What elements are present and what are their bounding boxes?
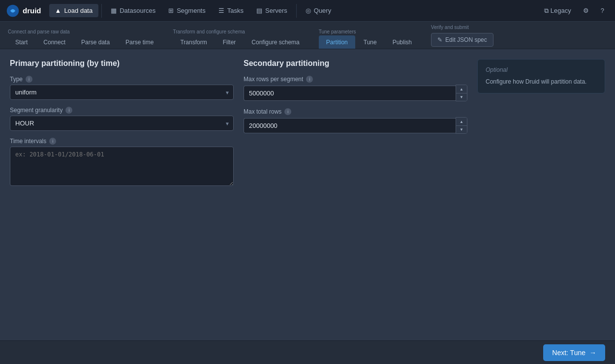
wizard-tab-partition[interactable]: Partition: [319, 35, 355, 49]
gear-icon: ⚙: [583, 7, 589, 14]
wizard-bar: Connect and parse raw data Start Connect…: [0, 22, 615, 49]
secondary-partition-title: Secondary partitioning: [244, 59, 467, 68]
external-link-icon: ⧉: [544, 7, 549, 15]
edit-json-icon: ✎: [437, 36, 442, 43]
nav-right: ⧉ Legacy ⚙ ?: [539, 4, 609, 17]
nav-divider-2: [296, 4, 297, 18]
time-intervals-textarea[interactable]: [10, 147, 234, 186]
max-total-rows-input[interactable]: [244, 118, 456, 133]
max-total-rows-spinner: ▲ ▼: [456, 117, 467, 134]
time-intervals-field-row: Time intervals i: [10, 138, 234, 187]
wizard-group-tune-tabs: Partition Tune Publish: [319, 35, 419, 49]
edit-json-spec-button[interactable]: ✎ Edit JSON spec: [431, 33, 493, 47]
time-intervals-info-icon[interactable]: i: [49, 138, 56, 145]
main-content: Primary partitioning (by time) Type i un…: [0, 49, 615, 362]
max-rows-spinner: ▲ ▼: [456, 85, 467, 101]
nav-items: ▲ Load data ▦ Datasources ⊞ Segments ☰ T…: [49, 4, 539, 18]
max-rows-per-segment-input[interactable]: [244, 86, 456, 101]
wizard-tab-transform[interactable]: Transform: [173, 35, 214, 49]
bottom-bar: Next: Tune →: [0, 340, 615, 364]
segments-icon: ⊞: [168, 7, 174, 14]
max-total-rows-decrement-button[interactable]: ▼: [456, 125, 467, 133]
logo: druid: [6, 4, 41, 18]
max-total-rows-label: Max total rows i: [244, 108, 467, 115]
nav-query[interactable]: ◎ Query: [300, 4, 337, 17]
max-rows-per-segment-label: Max rows per segment i: [244, 76, 467, 83]
nav-tasks[interactable]: ☰ Tasks: [213, 4, 249, 17]
segment-granularity-select[interactable]: HOUR DAY WEEK MONTH YEAR: [10, 116, 234, 131]
wizard-tab-filter[interactable]: Filter: [215, 35, 244, 49]
nav-servers[interactable]: ▤ Servers: [250, 4, 293, 17]
primary-partition-title: Primary partitioning (by time): [10, 59, 234, 68]
wizard-tab-configure-schema[interactable]: Configure schema: [244, 35, 307, 49]
optional-title: Optional: [486, 66, 597, 73]
nav-divider: [101, 4, 102, 18]
tasks-icon: ☰: [218, 7, 224, 14]
max-rows-decrement-button[interactable]: ▼: [456, 93, 467, 101]
load-data-icon: ▲: [55, 7, 62, 14]
wizard-tab-parse-data[interactable]: Parse data: [74, 35, 117, 49]
max-total-rows-input-wrapper: ▲ ▼: [244, 117, 467, 134]
nav-load-data[interactable]: ▲ Load data: [49, 4, 99, 17]
segment-granularity-select-wrapper: HOUR DAY WEEK MONTH YEAR ▼: [10, 116, 234, 131]
segment-granularity-field-row: Segment granularity i HOUR DAY WEEK MONT…: [10, 107, 234, 131]
logo-text: druid: [23, 6, 41, 15]
servers-icon: ▤: [256, 7, 262, 14]
max-total-rows-info-icon[interactable]: i: [284, 108, 291, 115]
nav-help[interactable]: ?: [596, 4, 609, 17]
wizard-tab-start[interactable]: Start: [8, 35, 35, 49]
query-icon: ◎: [306, 7, 311, 14]
wizard-tab-parse-time[interactable]: Parse time: [118, 35, 161, 49]
wizard-group-verify: Verify and submit ✎ Edit JSON spec: [431, 22, 493, 49]
max-rows-increment-button[interactable]: ▲: [456, 85, 467, 93]
type-select-wrapper: uniform arbitrary ▼: [10, 85, 234, 100]
optional-description: Configure how Druid will partition data.: [486, 77, 597, 86]
wizard-tab-connect[interactable]: Connect: [36, 35, 73, 49]
secondary-partitioning-panel: Secondary partitioning Max rows per segm…: [244, 59, 467, 352]
wizard-group-connect: Connect and parse raw data Start Connect…: [8, 26, 161, 49]
type-select[interactable]: uniform arbitrary: [10, 85, 234, 100]
nav-legacy[interactable]: ⧉ Legacy: [539, 4, 576, 17]
wizard-group-connect-tabs: Start Connect Parse data Parse time: [8, 35, 161, 49]
wizard-group-tune: Tune parameters Partition Tune Publish: [319, 26, 419, 49]
optional-panel: Optional Configure how Druid will partit…: [477, 59, 605, 93]
next-arrow-icon: →: [589, 349, 596, 357]
type-info-icon[interactable]: i: [26, 76, 32, 83]
segment-granularity-info-icon[interactable]: i: [65, 107, 72, 114]
wizard-group-verify-tabs: ✎ Edit JSON spec: [431, 31, 493, 49]
datasources-icon: ▦: [111, 7, 117, 14]
next-tune-button[interactable]: Next: Tune →: [543, 344, 605, 361]
max-rows-per-segment-input-wrapper: ▲ ▼: [244, 85, 467, 101]
druid-logo-icon: [6, 4, 20, 18]
max-rows-per-segment-field-row: Max rows per segment i ▲ ▼: [244, 76, 467, 101]
nav-settings[interactable]: ⚙: [578, 4, 594, 17]
wizard-group-transform-tabs: Transform Filter Configure schema: [173, 35, 307, 49]
top-navigation: druid ▲ Load data ▦ Datasources ⊞ Segmen…: [0, 0, 615, 22]
nav-segments[interactable]: ⊞ Segments: [162, 4, 212, 17]
type-field-row: Type i uniform arbitrary ▼: [10, 76, 234, 100]
wizard-tab-publish[interactable]: Publish: [385, 35, 419, 49]
segment-granularity-label: Segment granularity i: [10, 107, 234, 114]
type-label: Type i: [10, 76, 234, 83]
time-intervals-label: Time intervals i: [10, 138, 234, 145]
help-icon: ?: [601, 7, 604, 14]
max-total-rows-field-row: Max total rows i ▲ ▼: [244, 108, 467, 134]
max-rows-per-segment-info-icon[interactable]: i: [306, 76, 313, 83]
primary-partitioning-panel: Primary partitioning (by time) Type i un…: [10, 59, 234, 352]
nav-datasources[interactable]: ▦ Datasources: [105, 4, 161, 17]
max-total-rows-increment-button[interactable]: ▲: [456, 118, 467, 125]
wizard-group-transform: Transform and configure schema Transform…: [173, 26, 307, 49]
wizard-tab-tune[interactable]: Tune: [356, 35, 384, 49]
